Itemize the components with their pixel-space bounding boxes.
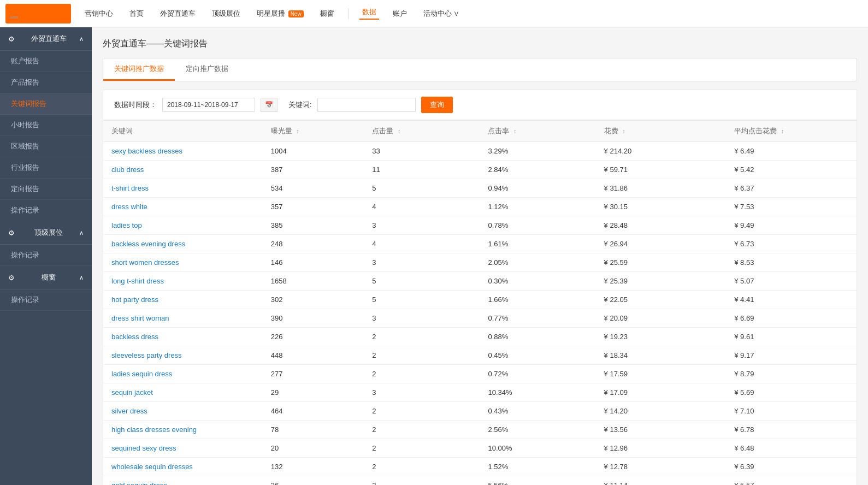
keyword-link[interactable]: backless evening dress [111, 240, 185, 248]
keyword-link[interactable]: dress shirt woman [111, 314, 169, 322]
sidebar-section-top-spots[interactable]: ⚙ 顶级展位 ∧ [0, 221, 92, 245]
keyword-link[interactable]: wholesale sequin dresses [111, 463, 193, 471]
col-header-ctr[interactable]: 点击率 ↕ [480, 121, 595, 142]
sidebar-item-keyword-report[interactable]: 关键词报告 [0, 93, 92, 115]
col-header-cost[interactable]: 花费 ↕ [596, 121, 727, 142]
sidebar-item-product-report[interactable]: 产品报告 [0, 72, 92, 93]
keyword-link[interactable]: silver dress [111, 407, 147, 415]
keyword-link[interactable]: backless dress [111, 333, 158, 341]
nav-showcase[interactable]: 橱窗 [317, 9, 337, 19]
nav-data[interactable]: 数据 [359, 7, 379, 20]
logo[interactable]: Alibaba .com Global trade starts here. [5, 4, 71, 23]
cell-ctr: 0.94% [480, 179, 595, 198]
sidebar-item-industry-report[interactable]: 行业报告 [0, 157, 92, 179]
cell-cost: ¥ 17.09 [596, 383, 727, 402]
keyword-link[interactable]: sleeveless party dress [111, 351, 182, 359]
sidebar-section-foreign-trade[interactable]: ⚙ 外贸直通车 ∧ [0, 27, 92, 51]
tab-keyword-promo[interactable]: 关键词推广数据 [103, 58, 175, 81]
cell-cpc: ¥ 5.42 [726, 161, 857, 179]
keyword-link[interactable]: sequined sexy dress [111, 444, 176, 452]
calendar-button[interactable]: 📅 [261, 98, 277, 112]
cell-keyword: backless evening dress [103, 235, 263, 253]
col-header-clicks[interactable]: 点击量 ↕ [364, 121, 480, 142]
keyword-link[interactable]: gold sequin dress [111, 481, 167, 485]
sidebar-item-operation-log-3[interactable]: 操作记录 [0, 289, 92, 311]
svg-text:.com: .com [9, 15, 18, 19]
sidebar-item-region-report[interactable]: 区域报告 [0, 136, 92, 157]
nav-top-spots[interactable]: 顶级展位 [209, 9, 243, 19]
cell-keyword: sexy backless dresses [103, 142, 263, 161]
keyword-link[interactable]: ladies top [111, 221, 142, 229]
cell-keyword: wholesale sequin dresses [103, 458, 263, 476]
sidebar-item-account-report[interactable]: 账户报告 [0, 51, 92, 72]
keyword-link[interactable]: ladies sequin dress [111, 370, 172, 378]
nav-star-show[interactable]: 明星展播 New [254, 9, 306, 19]
svg-text:Alibaba: Alibaba [9, 8, 29, 14]
cell-clicks: 3 [364, 383, 480, 402]
tab-targeted-promo[interactable]: 定向推广数据 [175, 58, 239, 81]
cell-impressions: 277 [263, 365, 364, 383]
cell-impressions: 534 [263, 179, 364, 198]
cell-cpc: ¥ 8.53 [726, 253, 857, 272]
nav-home[interactable]: 首页 [127, 9, 146, 19]
cell-clicks: 4 [364, 235, 480, 253]
cell-ctr: 3.29% [480, 142, 595, 161]
cell-keyword: ladies top [103, 216, 263, 235]
search-button[interactable]: 查询 [421, 97, 453, 113]
cell-cost: ¥ 59.71 [596, 161, 727, 179]
keyword-input[interactable] [317, 98, 416, 112]
date-range-input[interactable] [162, 98, 255, 112]
keyword-link[interactable]: sequin jacket [111, 388, 153, 397]
sort-icon-cost: ↕ [622, 128, 625, 134]
table-row: silver dress 464 2 0.43% ¥ 14.20 ¥ 7.10 [103, 402, 857, 421]
table-row: wholesale sequin dresses 132 2 1.52% ¥ 1… [103, 458, 857, 476]
table-row: club dress 387 11 2.84% ¥ 59.71 ¥ 5.42 [103, 161, 857, 179]
cell-cpc: ¥ 5.07 [726, 272, 857, 291]
keyword-link[interactable]: sexy backless dresses [111, 147, 182, 155]
cell-cost: ¥ 25.59 [596, 253, 727, 272]
sidebar-section-showcase[interactable]: ⚙ 橱窗 ∧ [0, 266, 92, 289]
keyword-link[interactable]: long t-shirt dress [111, 277, 164, 285]
sidebar-item-operation-log-1[interactable]: 操作记录 [0, 200, 92, 221]
cell-clicks: 2 [364, 328, 480, 346]
keyword-link[interactable]: club dress [111, 165, 144, 174]
keyword-link[interactable]: short women dresses [111, 258, 179, 267]
cell-clicks: 11 [364, 161, 480, 179]
cell-cost: ¥ 25.39 [596, 272, 727, 291]
keyword-label: 关键词: [288, 100, 312, 110]
nav-account[interactable]: 账户 [390, 9, 410, 19]
keyword-link[interactable]: dress white [111, 203, 147, 211]
nav-activities[interactable]: 活动中心 ∨ [421, 9, 463, 19]
cell-cost: ¥ 30.15 [596, 198, 727, 216]
cell-cpc: ¥ 7.53 [726, 198, 857, 216]
table-row: sequin jacket 29 3 10.34% ¥ 17.09 ¥ 5.69 [103, 383, 857, 402]
cell-ctr: 0.78% [480, 216, 595, 235]
sidebar-item-hour-report[interactable]: 小时报告 [0, 115, 92, 136]
cell-keyword: dress white [103, 198, 263, 216]
cell-ctr: 10.34% [480, 383, 595, 402]
cell-cpc: ¥ 5.57 [726, 476, 857, 486]
keyword-link[interactable]: high class dresses evening [111, 425, 197, 434]
nav-foreign-trade[interactable]: 外贸直通车 [157, 9, 198, 19]
cell-keyword: backless dress [103, 328, 263, 346]
cell-impressions: 36 [263, 476, 364, 486]
keyword-link[interactable]: t-shirt dress [111, 184, 149, 192]
date-label: 数据时间段： [114, 100, 157, 110]
svg-text:Global trade starts here.: Global trade starts here. [30, 9, 68, 13]
cell-ctr: 10.00% [480, 439, 595, 458]
cell-ctr: 1.52% [480, 458, 595, 476]
sidebar-item-operation-log-2[interactable]: 操作记录 [0, 245, 92, 266]
col-header-cpc[interactable]: 平均点击花费 ↕ [726, 121, 857, 142]
sidebar-section-label-3: 橱窗 [42, 273, 56, 282]
nav-marketing-center[interactable]: 营销中心 [82, 9, 116, 19]
cell-keyword: sequin jacket [103, 383, 263, 402]
cell-ctr: 0.30% [480, 272, 595, 291]
cell-impressions: 302 [263, 291, 364, 309]
cell-keyword: short women dresses [103, 253, 263, 272]
table-row: hot party dress 302 5 1.66% ¥ 22.05 ¥ 4.… [103, 291, 857, 309]
alibaba-logo: Alibaba .com Global trade starts here. [5, 4, 71, 23]
col-header-impressions[interactable]: 曝光量 ↕ [263, 121, 364, 142]
sidebar-item-targeted-report[interactable]: 定向报告 [0, 179, 92, 200]
keyword-link[interactable]: hot party dress [111, 295, 158, 304]
gear-icon: ⚙ [8, 35, 15, 43]
